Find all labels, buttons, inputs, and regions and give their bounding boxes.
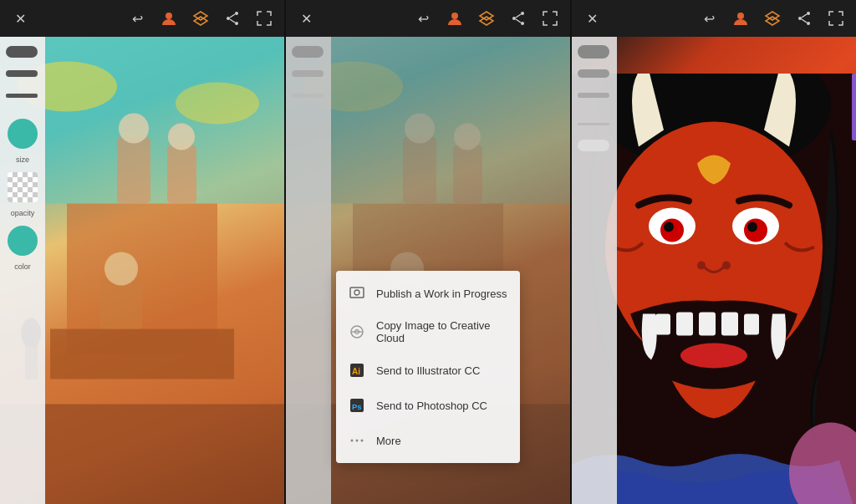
publish-icon (348, 284, 366, 303)
share-icon-middle[interactable] (508, 8, 528, 28)
photoshop-icon: Ps (348, 396, 366, 415)
svg-point-37 (454, 124, 481, 150)
brush-medium-m[interactable] (290, 65, 327, 82)
svg-rect-17 (100, 279, 142, 329)
panel-middle: ✕ ↩ (284, 0, 570, 504)
svg-point-0 (166, 13, 172, 19)
menu-photoshop-label: Send to Photoshop CC (376, 400, 487, 412)
svg-point-50 (356, 440, 359, 442)
profile-icon-middle[interactable] (445, 8, 465, 28)
fullscreen-icon-middle[interactable] (540, 8, 560, 28)
svg-rect-71 (655, 314, 670, 335)
svg-rect-34 (403, 137, 436, 204)
share-icon-right[interactable] (794, 8, 814, 28)
svg-point-26 (512, 17, 516, 20)
svg-line-6 (230, 14, 235, 18)
svg-point-4 (227, 17, 230, 20)
svg-point-25 (521, 12, 524, 15)
svg-point-3 (235, 12, 238, 15)
close-icon-right[interactable]: ✕ (582, 8, 602, 28)
undo-icon-left[interactable]: ↩ (127, 8, 147, 28)
profile-icon-left[interactable] (159, 8, 179, 28)
menu-more-label: More (376, 435, 401, 447)
svg-rect-75 (744, 314, 759, 335)
svg-point-10 (176, 83, 259, 125)
profile-icon-right[interactable] (731, 8, 751, 28)
brush-large[interactable] (4, 43, 41, 60)
canvas-middle[interactable]: Publish a Work in Progress Copy Image to… (286, 37, 570, 504)
canvas-right[interactable] (572, 37, 856, 504)
svg-text:Ai: Ai (352, 367, 360, 376)
color-label: color (14, 262, 31, 271)
svg-text:Ps: Ps (352, 402, 362, 411)
toolbar-left: ✕ ↩ (0, 0, 284, 37)
menu-illustrator-label: Send to Illustrator CC (376, 364, 480, 377)
svg-rect-15 (167, 145, 196, 204)
fullscreen-icon-left[interactable] (254, 8, 274, 28)
canvas-left[interactable]: size opacity color (0, 37, 284, 504)
brush-r3[interactable] (576, 87, 613, 104)
svg-point-57 (807, 22, 810, 25)
svg-rect-74 (721, 313, 738, 336)
svg-point-27 (521, 22, 524, 25)
close-icon-left[interactable]: ✕ (10, 8, 30, 28)
layers-icon-right[interactable] (762, 8, 782, 28)
brush-medium[interactable] (4, 65, 41, 82)
svg-point-52 (737, 13, 744, 19)
layers-icon-middle[interactable] (476, 8, 497, 28)
svg-point-14 (119, 114, 149, 144)
svg-point-68 (747, 222, 757, 232)
brush-r4[interactable] (576, 115, 613, 132)
svg-rect-41 (350, 288, 364, 298)
svg-point-76 (680, 344, 747, 369)
brush-small[interactable] (4, 87, 41, 104)
brush-r5[interactable] (576, 137, 613, 154)
opacity-label: opacity (11, 209, 35, 217)
svg-rect-72 (676, 313, 693, 336)
svg-rect-12 (50, 329, 234, 379)
menu-publish[interactable]: Publish a Work in Progress (336, 276, 520, 311)
brush-r2[interactable] (576, 65, 613, 82)
menu-copy-cloud[interactable]: Copy Image to Creative Cloud (336, 311, 520, 353)
svg-point-18 (104, 252, 138, 286)
undo-icon-right[interactable]: ↩ (699, 8, 719, 28)
svg-marker-1 (194, 12, 207, 20)
brush-r1[interactable] (576, 43, 613, 60)
context-menu: Publish a Work in Progress Copy Image to… (336, 271, 520, 463)
panel-left: ✕ ↩ (0, 0, 284, 504)
menu-photoshop[interactable]: Ps Send to Photoshop CC (336, 388, 520, 423)
svg-line-29 (516, 19, 521, 23)
brush-panel-middle (286, 37, 331, 504)
opacity-swatch[interactable] (8, 172, 38, 202)
svg-point-70 (722, 262, 731, 270)
svg-point-56 (798, 17, 802, 20)
svg-point-69 (697, 262, 706, 270)
menu-copy-cloud-label: Copy Image to Creative Cloud (376, 319, 508, 344)
cloud-icon (348, 323, 366, 341)
svg-point-5 (235, 22, 238, 25)
svg-line-59 (802, 19, 807, 23)
color-swatch[interactable] (8, 119, 38, 149)
layers-icon-left[interactable] (191, 8, 211, 28)
svg-rect-73 (699, 313, 716, 336)
illustrator-icon: Ai (348, 361, 366, 379)
close-icon-middle[interactable]: ✕ (296, 8, 316, 28)
toolbar-right: ✕ ↩ (572, 0, 856, 37)
svg-marker-54 (766, 17, 779, 25)
more-icon (348, 431, 366, 450)
svg-point-67 (664, 222, 674, 232)
menu-illustrator[interactable]: Ai Send to Illustrator CC (336, 353, 520, 388)
toolbar-middle: ✕ ↩ (286, 0, 570, 37)
brush-large-m[interactable] (290, 43, 327, 60)
fullscreen-icon-right[interactable] (826, 8, 846, 28)
svg-line-58 (802, 14, 807, 18)
share-icon-left[interactable] (222, 8, 242, 28)
svg-marker-23 (480, 12, 493, 20)
color-picker[interactable] (8, 226, 38, 256)
brush-panel-right (572, 37, 617, 504)
undo-icon-middle[interactable]: ↩ (413, 8, 433, 28)
menu-more[interactable]: More (336, 423, 520, 458)
menu-publish-label: Publish a Work in Progress (376, 288, 507, 300)
svg-point-51 (361, 440, 364, 442)
brush-small-m[interactable] (290, 87, 327, 104)
